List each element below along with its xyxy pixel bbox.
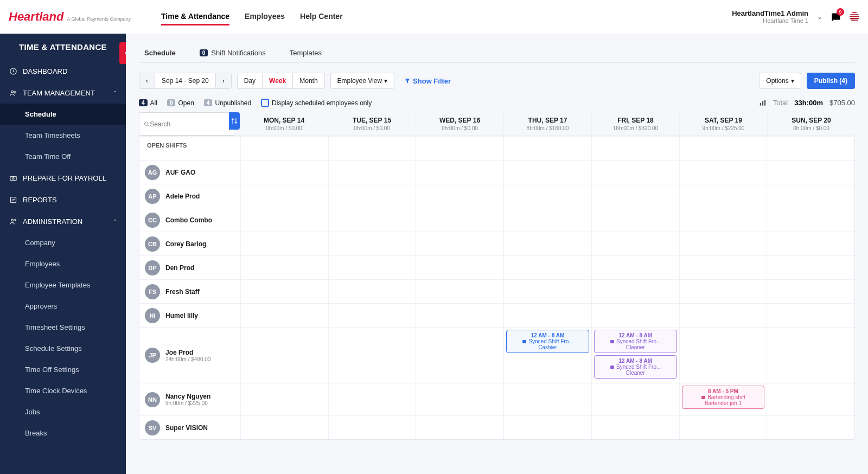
subtab[interactable]: 0 Shift Notifications — [194, 43, 271, 62]
filter-pill[interactable]: 4 All — [139, 99, 157, 107]
schedule-cell[interactable] — [416, 208, 503, 232]
schedule-cell[interactable] — [679, 280, 767, 303]
schedule-cell[interactable] — [328, 328, 416, 383]
schedule-cell[interactable] — [416, 280, 503, 303]
schedule-cell[interactable] — [767, 208, 854, 232]
sidebar-subitem[interactable]: Company — [0, 232, 126, 253]
options-dropdown[interactable]: Options ▾ — [759, 73, 801, 89]
schedule-cell[interactable] — [767, 161, 854, 184]
sidebar-subitem[interactable]: Timesheet Settings — [0, 317, 126, 338]
schedule-cell[interactable] — [503, 280, 591, 303]
sidebar-subitem[interactable]: Breaks — [0, 422, 126, 444]
schedule-cell[interactable] — [591, 256, 679, 279]
chevron-down-icon[interactable]: ⌄ — [817, 13, 822, 21]
schedule-cell[interactable] — [591, 232, 679, 255]
schedule-cell[interactable] — [591, 208, 679, 232]
schedule-cell[interactable] — [591, 161, 679, 184]
employee-row[interactable]: CCCombo Combo — [139, 208, 854, 232]
schedule-cell[interactable] — [679, 161, 767, 184]
sidebar-item[interactable]: DASHBOARD — [0, 60, 126, 82]
schedule-cell[interactable] — [416, 328, 503, 383]
schedule-cell[interactable] — [503, 184, 591, 208]
schedule-cell[interactable] — [767, 256, 854, 279]
schedule-cell[interactable] — [240, 256, 328, 279]
schedule-cell[interactable] — [240, 161, 328, 184]
schedule-cell[interactable] — [328, 184, 416, 208]
prev-week-button[interactable]: ‹ — [139, 73, 155, 88]
sidebar-item[interactable]: TEAM MANAGEMENT⌃ — [0, 82, 126, 104]
filter-pill[interactable]: 0 Open — [167, 99, 194, 107]
schedule-cell[interactable] — [503, 232, 591, 255]
employee-row[interactable]: APAdele Prod — [139, 184, 854, 208]
shift-card[interactable]: 12 AM - 8 AM Synced Shift Fro...Cleaner — [594, 330, 677, 353]
sidebar-subitem[interactable]: Schedule — [0, 104, 126, 125]
employee-row[interactable]: AGAUF GAO — [139, 160, 854, 184]
schedule-cell[interactable] — [240, 416, 328, 439]
search-input[interactable] — [150, 120, 229, 128]
locale-flag-icon[interactable] — [850, 12, 859, 22]
messages-icon[interactable]: 9 — [831, 11, 841, 23]
schedule-cell[interactable] — [591, 304, 679, 327]
schedule-cell[interactable] — [591, 383, 679, 415]
view-mode-button[interactable]: Week — [263, 73, 293, 88]
subtab[interactable]: Schedule — [139, 43, 181, 62]
employee-row[interactable]: CBCorey Barlog — [139, 232, 854, 255]
schedule-cell[interactable] — [679, 256, 767, 279]
subtab[interactable]: Templates — [284, 43, 327, 62]
sidebar-subitem[interactable]: Jobs — [0, 401, 126, 422]
schedule-cell[interactable] — [767, 383, 854, 415]
sidebar-subitem[interactable]: Time Clock Devices — [0, 380, 126, 401]
schedule-cell[interactable] — [240, 280, 328, 303]
sidebar-subitem[interactable]: Employee Templates — [0, 274, 126, 296]
sidebar-subitem[interactable]: Team Timesheets — [0, 125, 126, 146]
display-scheduled-checkbox[interactable]: Display scheduled employees only — [261, 99, 372, 107]
schedule-cell[interactable] — [503, 161, 591, 184]
sidebar-subitem[interactable]: Approvers — [0, 296, 126, 317]
sidebar-item[interactable]: PREPARE FOR PAYROLL — [0, 167, 126, 189]
employee-view-dropdown[interactable]: Employee View ▾ — [330, 73, 395, 89]
employee-row[interactable]: JPJoe Prod24h:00m / $480.0012 AM - 8 AM … — [139, 327, 854, 383]
publish-button[interactable]: Publish (4) — [807, 73, 855, 89]
schedule-cell[interactable] — [591, 184, 679, 208]
sidebar-subitem[interactable]: Schedule Settings — [0, 338, 126, 359]
nav-tab[interactable]: Employees — [245, 9, 285, 25]
schedule-cell[interactable] — [591, 280, 679, 303]
schedule-cell[interactable] — [767, 416, 854, 439]
employee-row[interactable]: NNNancy Nguyen9h:00m / $225.008 AM - 5 P… — [139, 383, 854, 415]
nav-tab[interactable]: Help Center — [300, 9, 343, 25]
schedule-cell[interactable]: 12 AM - 8 AM Synced Shift Fro...Cleaner1… — [591, 328, 679, 383]
schedule-cell[interactable] — [240, 184, 328, 208]
schedule-cell[interactable] — [240, 232, 328, 255]
schedule-cell[interactable] — [503, 416, 591, 439]
schedule-cell[interactable] — [240, 328, 328, 383]
schedule-cell[interactable] — [679, 416, 767, 439]
schedule-cell[interactable] — [416, 416, 503, 439]
shift-card[interactable]: 8 AM - 5 PM Bartending shiftBartender jo… — [682, 386, 765, 409]
schedule-cell[interactable] — [416, 232, 503, 255]
filter-pill[interactable]: 4 Unpublished — [204, 99, 251, 107]
sidebar-item[interactable]: REPORTS — [0, 189, 126, 210]
schedule-cell[interactable] — [679, 208, 767, 232]
schedule-cell[interactable] — [679, 184, 767, 208]
open-shifts-row[interactable]: OPEN SHIFTS — [139, 136, 854, 160]
schedule-cell[interactable] — [328, 304, 416, 327]
schedule-cell[interactable] — [328, 383, 416, 415]
shift-card[interactable]: 12 AM - 8 AM Synced Shift Fro...Cashier — [506, 330, 589, 353]
schedule-cell[interactable] — [328, 280, 416, 303]
schedule-cell[interactable] — [503, 304, 591, 327]
schedule-cell[interactable] — [767, 232, 854, 255]
schedule-cell[interactable] — [240, 208, 328, 232]
schedule-cell[interactable]: 12 AM - 8 AM Synced Shift Fro...Cashier — [503, 328, 591, 383]
employee-row[interactable]: DPDen Prod — [139, 255, 854, 279]
schedule-cell[interactable] — [240, 383, 328, 415]
schedule-cell[interactable] — [328, 232, 416, 255]
show-filter-button[interactable]: Show Filter — [404, 77, 451, 85]
search-input-wrap[interactable] — [139, 112, 234, 136]
nav-tab[interactable]: Time & Attendance — [161, 9, 229, 25]
date-range[interactable]: Sep 14 - Sep 20 — [155, 73, 216, 88]
sidebar-subitem[interactable]: Employees — [0, 253, 126, 274]
schedule-cell[interactable] — [767, 184, 854, 208]
schedule-cell[interactable] — [416, 304, 503, 327]
schedule-cell[interactable] — [328, 256, 416, 279]
employee-row[interactable]: HIHumel lilly — [139, 303, 854, 327]
